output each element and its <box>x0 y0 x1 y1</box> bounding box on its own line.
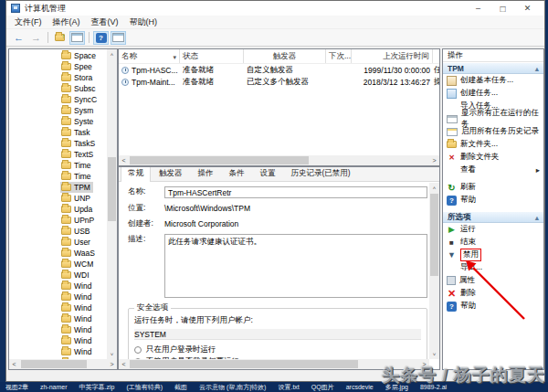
tree-item[interactable]: Time <box>9 160 107 171</box>
action-item[interactable]: 运行 <box>443 223 543 236</box>
action-item[interactable]: 帮助 <box>443 300 543 313</box>
desktop-file-label[interactable]: arcsdevie <box>346 384 374 390</box>
tree-item[interactable]: TextS <box>9 149 107 160</box>
details-tab[interactable]: 设置 <box>253 166 283 181</box>
name-field[interactable]: Tpm-HASCertRetr <box>164 186 427 198</box>
scroll-down-icon[interactable] <box>107 349 117 359</box>
menu-item[interactable]: 操作(A) <box>47 16 86 28</box>
action-item[interactable]: 删除文件夹 <box>443 151 543 164</box>
tree-item[interactable]: SyncC <box>9 94 107 105</box>
tree-item[interactable]: Syste <box>9 116 107 127</box>
list-horizontal-scrollbar[interactable] <box>119 155 439 165</box>
description-field[interactable]: 此任务请求健康认证证书。 <box>164 234 427 298</box>
task-row[interactable]: Tpm-Maint... 准备就绪 已定义多个触发器 2018/3/12 13:… <box>119 76 439 88</box>
desktop-file-label[interactable]: 设置.txt <box>278 383 299 392</box>
desktop-file-label[interactable]: 中英字幕.zip <box>79 383 114 392</box>
scroll-thumb[interactable] <box>430 194 438 276</box>
scroll-down-icon[interactable] <box>429 349 439 359</box>
task-row[interactable]: Tpm-HASC... 准备就绪 自定义触发器 1999/11/30 0:00:… <box>119 64 439 76</box>
action-item[interactable]: 创建基本任务... <box>443 74 543 87</box>
actions-section-selected-header[interactable]: 所选项 <box>443 211 543 223</box>
column-header-next-run[interactable]: 下次... <box>326 49 352 63</box>
tree-item[interactable]: Subsc <box>9 83 107 94</box>
scroll-left-icon[interactable] <box>119 359 129 369</box>
tree-item[interactable]: Wind <box>9 324 107 335</box>
tree-item[interactable]: Task <box>9 127 107 138</box>
tree-item[interactable]: Wind <box>9 281 107 291</box>
action-item[interactable]: 新文件夹... <box>443 138 543 151</box>
details-vertical-scrollbar[interactable] <box>429 183 439 359</box>
tree-vertical-scrollbar[interactable] <box>107 49 117 359</box>
action-item[interactable]: 属性 <box>443 274 543 287</box>
scroll-left-icon[interactable] <box>119 155 129 165</box>
tree-item[interactable]: Time <box>9 171 107 182</box>
column-header-name[interactable]: 名称 <box>119 49 180 63</box>
desktop-file-label[interactable]: 云示意物 (帮,南方|特效) <box>199 383 266 392</box>
tree-item[interactable]: Upda <box>9 204 107 215</box>
tree-item[interactable]: Wind <box>9 313 107 324</box>
scroll-up-icon[interactable] <box>107 49 117 59</box>
tree-item[interactable]: Wind <box>9 302 107 313</box>
details-tab[interactable]: 操作 <box>191 166 221 181</box>
column-header-rest[interactable] <box>433 49 439 63</box>
console-tree-icon[interactable] <box>69 31 85 45</box>
radio-run-logged-on[interactable]: 只在用户登录时运行 <box>134 344 421 355</box>
desktop-file-label[interactable]: 视图2章 <box>5 383 28 392</box>
scroll-right-icon[interactable] <box>429 155 439 165</box>
tree-item[interactable]: User <box>9 237 107 248</box>
desktop-file-label[interactable]: zh-namer <box>40 384 68 390</box>
scroll-thumb[interactable] <box>108 157 116 221</box>
scroll-thumb[interactable] <box>21 360 87 368</box>
scroll-left-icon[interactable] <box>9 359 19 369</box>
action-item[interactable]: 显示所有正在运行的任务 <box>443 112 543 125</box>
column-header-status[interactable]: 状态 <box>180 49 244 63</box>
scroll-thumb[interactable] <box>130 360 358 368</box>
action-item[interactable]: 创建任务... <box>443 87 543 100</box>
tree-item[interactable]: Stora <box>9 72 107 83</box>
action-item[interactable]: 结束 <box>443 236 543 249</box>
tree-item[interactable]: TaskS <box>9 138 107 149</box>
scroll-up-icon[interactable] <box>429 183 439 193</box>
action-item[interactable]: 删除 <box>443 287 543 300</box>
back-icon[interactable] <box>11 31 26 45</box>
details-tab[interactable]: 历史记录(已禁用) <box>284 166 358 181</box>
action-item[interactable]: 帮助 <box>443 194 543 207</box>
minimize-icon[interactable] <box>466 1 490 16</box>
action-item[interactable]: 查看 <box>443 164 543 176</box>
tree-item[interactable]: Space <box>9 50 107 61</box>
forward-icon[interactable] <box>28 31 44 45</box>
action-item[interactable]: 导出... <box>443 261 543 274</box>
tree-item[interactable]: WaaS <box>9 248 107 259</box>
scroll-right-icon[interactable] <box>107 359 117 369</box>
up-one-level-icon[interactable] <box>52 31 68 45</box>
column-header-trigger[interactable]: 触发器 <box>244 49 326 63</box>
details-tab[interactable]: 触发器 <box>152 166 190 181</box>
radio-icon[interactable] <box>134 346 142 354</box>
menu-item[interactable]: 查看(V) <box>86 16 124 28</box>
tree-item[interactable]: Wind <box>9 335 107 346</box>
menu-item[interactable]: 文件(F) <box>9 16 47 28</box>
title-bar[interactable]: 计算机管理 <box>6 1 544 16</box>
tree-item[interactable]: WDI <box>9 270 107 281</box>
desktop-file-label[interactable]: 截图 <box>174 383 187 392</box>
action-item[interactable]: 刷新 <box>443 181 543 194</box>
scroll-thumb[interactable] <box>130 156 309 164</box>
desktop-file-label[interactable]: QQ图片 <box>311 383 334 392</box>
tree-item[interactable]: Wind <box>9 346 107 357</box>
column-header-last-run[interactable]: 上次运行时间 <box>352 49 433 63</box>
tree-item[interactable]: WCM <box>9 259 107 270</box>
action-pane-icon[interactable] <box>111 31 126 45</box>
tree-item[interactable]: UNP <box>9 193 107 204</box>
tree-item[interactable]: USB <box>9 226 107 237</box>
desktop-file-label[interactable]: (工恤有特典) <box>126 383 163 392</box>
tree-horizontal-scrollbar[interactable] <box>9 359 117 369</box>
tree-item[interactable]: Sysm <box>9 105 107 116</box>
help-icon[interactable]: ? <box>93 31 109 45</box>
tree-item[interactable]: UPnP <box>9 215 107 226</box>
action-item[interactable]: 启用所有任务历史记录 <box>443 125 543 138</box>
action-item[interactable]: 禁用 <box>443 249 543 261</box>
actions-section-tpm-header[interactable]: TPM <box>443 62 543 74</box>
details-tab[interactable]: 条件 <box>222 166 252 181</box>
close-icon[interactable] <box>515 1 540 16</box>
menu-item[interactable]: 帮助(H) <box>124 16 163 28</box>
